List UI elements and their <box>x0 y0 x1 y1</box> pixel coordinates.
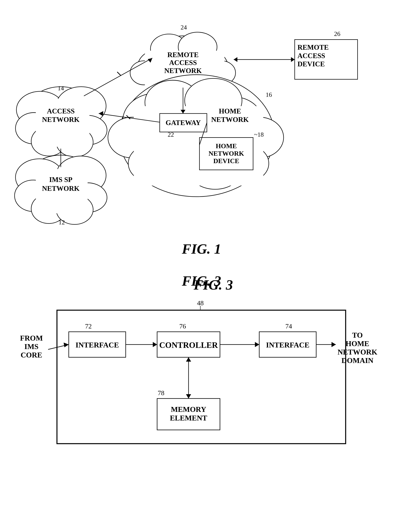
svg-point-51 <box>15 159 64 196</box>
svg-text:ACCESS: ACCESS <box>169 59 197 67</box>
svg-text:76: 76 <box>179 323 186 330</box>
svg-text:FROM: FROM <box>20 334 43 342</box>
svg-text:FIG. 3: FIG. 3 <box>193 277 233 293</box>
svg-point-53 <box>14 180 51 211</box>
svg-point-19 <box>204 97 263 149</box>
svg-point-55 <box>31 194 66 224</box>
svg-rect-12 <box>295 40 358 79</box>
remote-access-device-box: REMOTE ACCESS DEVICE 26 <box>295 30 358 79</box>
svg-point-54 <box>68 183 107 212</box>
svg-point-50 <box>24 155 98 216</box>
svg-line-69 <box>84 58 152 96</box>
svg-text:GATEWAY: GATEWAY <box>166 119 201 127</box>
svg-text:HOME: HOME <box>219 107 241 115</box>
svg-point-40 <box>17 91 65 128</box>
fig3-area: FIG. 3 FIG. 3 48 INTERFACE 72 CONTROLLER… <box>12 271 391 532</box>
svg-text:48: 48 <box>197 299 204 307</box>
svg-point-23 <box>236 117 284 158</box>
svg-point-6 <box>208 61 236 85</box>
home-network-device-box: HOME NETWORK DEVICE ~18 <box>199 131 264 170</box>
svg-point-41 <box>56 87 106 126</box>
svg-point-39 <box>24 87 98 148</box>
svg-text:NETWORK: NETWORK <box>338 348 377 356</box>
svg-marker-62 <box>291 57 295 62</box>
svg-point-42 <box>15 113 52 144</box>
svg-text:DEVICE: DEVICE <box>298 60 325 68</box>
svg-point-3 <box>150 34 187 63</box>
fig1-area: 24 REMOTE ACCESS NETWORK REMOTE ACCESS D… <box>12 12 391 267</box>
svg-text:ACCESS: ACCESS <box>47 107 75 115</box>
svg-text:NETWORK: NETWORK <box>164 67 202 75</box>
svg-rect-46 <box>36 99 89 147</box>
svg-point-21 <box>185 78 242 123</box>
svg-rect-27 <box>134 106 263 186</box>
svg-text:INTERFACE: INTERFACE <box>266 341 309 349</box>
svg-marker-70 <box>148 58 152 63</box>
access-network-cloud: 14 ACCESS NETWORK <box>15 85 107 157</box>
svg-line-66 <box>99 114 160 122</box>
svg-point-1 <box>137 50 178 85</box>
svg-text:22: 22 <box>168 131 174 138</box>
svg-rect-7 <box>145 51 224 86</box>
svg-text:24: 24 <box>181 24 187 31</box>
svg-text:REMOTE: REMOTE <box>298 43 329 51</box>
svg-point-5 <box>130 61 158 85</box>
svg-point-24 <box>128 145 173 182</box>
svg-point-26 <box>228 146 269 181</box>
svg-point-43 <box>68 115 107 145</box>
svg-text:74: 74 <box>285 323 292 330</box>
svg-text:TO: TO <box>352 331 363 339</box>
svg-text:ACCESS: ACCESS <box>298 52 325 60</box>
svg-marker-65 <box>181 110 186 114</box>
svg-marker-63 <box>234 57 237 62</box>
svg-text:DOMAIN: DOMAIN <box>342 356 374 365</box>
svg-point-18 <box>123 93 189 149</box>
svg-line-68 <box>127 115 130 119</box>
svg-text:72: 72 <box>85 323 92 330</box>
svg-text:12: 12 <box>58 219 65 226</box>
svg-line-71 <box>117 72 121 76</box>
svg-text:78: 78 <box>158 389 164 397</box>
svg-point-25 <box>189 152 241 189</box>
svg-text:~18: ~18 <box>254 131 263 138</box>
fig3-svg: FIG. 3 48 INTERFACE 72 CONTROLLER 76 INT… <box>12 271 403 532</box>
svg-point-44 <box>31 127 66 156</box>
svg-point-2 <box>187 50 228 85</box>
svg-point-20 <box>145 80 200 125</box>
svg-text:INTERFACE: INTERFACE <box>76 341 119 349</box>
svg-point-45 <box>56 127 93 157</box>
page: 24 REMOTE ACCESS NETWORK REMOTE ACCESS D… <box>0 0 403 532</box>
svg-point-22 <box>108 117 156 158</box>
svg-text:CONTROLLER: CONTROLLER <box>159 341 218 350</box>
svg-point-4 <box>178 32 217 62</box>
svg-point-17 <box>119 75 274 196</box>
svg-text:NETWORK: NETWORK <box>211 116 249 123</box>
svg-text:DEVICE: DEVICE <box>213 157 239 165</box>
svg-text:HOME: HOME <box>216 142 237 150</box>
svg-text:MEMORY: MEMORY <box>171 405 206 413</box>
svg-rect-31 <box>160 114 207 132</box>
svg-marker-67 <box>99 111 103 116</box>
fig1-label: FIG. 1 <box>182 241 221 257</box>
svg-text:IMS: IMS <box>24 342 38 351</box>
svg-text:ELEMENT: ELEMENT <box>170 414 207 422</box>
svg-text:REMOTE: REMOTE <box>167 51 198 59</box>
svg-text:NETWORK: NETWORK <box>209 150 244 157</box>
svg-text:CORE: CORE <box>21 351 42 359</box>
svg-point-0 <box>154 36 212 84</box>
gateway-box: GATEWAY 22 <box>160 114 207 138</box>
home-network-cloud: 16 HOME NETWORK <box>108 75 284 196</box>
svg-text:HOME: HOME <box>346 339 369 348</box>
svg-point-52 <box>56 156 106 195</box>
ims-sp-network-cloud: 12 IMS SP NETWORK <box>14 155 107 226</box>
svg-text:16: 16 <box>266 91 272 98</box>
svg-point-56 <box>56 195 93 224</box>
svg-rect-34 <box>199 138 253 170</box>
svg-text:IMS SP: IMS SP <box>49 176 72 184</box>
svg-line-73 <box>199 123 207 145</box>
svg-text:NETWORK: NETWORK <box>42 116 80 123</box>
svg-text:26: 26 <box>334 30 340 37</box>
remote-access-network-cloud: 24 REMOTE ACCESS NETWORK <box>130 24 236 86</box>
svg-text:14: 14 <box>58 85 64 92</box>
svg-text:NETWORK: NETWORK <box>42 184 80 192</box>
